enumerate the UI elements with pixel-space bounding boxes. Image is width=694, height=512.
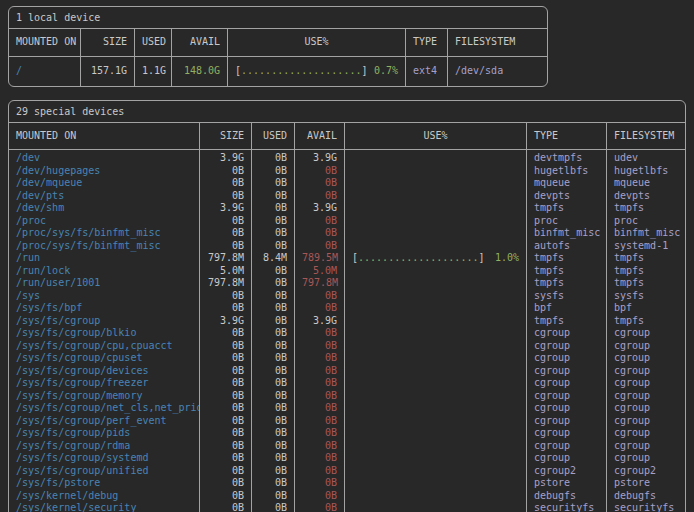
filesystem-cell: sysfs xyxy=(607,290,685,303)
filesystem-cell: cgroup xyxy=(607,327,685,340)
size-cell: 0B xyxy=(200,215,252,228)
type-cell: tmpfs xyxy=(527,277,607,290)
avail-cell: 0B xyxy=(295,415,345,428)
avail-cell: 0B xyxy=(295,177,345,190)
avail-cell: 0B xyxy=(295,390,345,403)
use-percent-cell xyxy=(345,390,527,403)
filesystem-cell: binfmt_misc xyxy=(607,227,685,240)
type-cell: tmpfs xyxy=(527,315,607,328)
avail-cell: 0B xyxy=(295,502,345,512)
use-percent-cell: [....................]0.7% xyxy=(228,57,406,86)
used-cell: 0B xyxy=(252,352,295,365)
size-cell: 797.8M xyxy=(200,277,252,290)
filesystem-cell: securityfs xyxy=(607,502,685,512)
avail-cell: 0B xyxy=(295,477,345,490)
filesystem-cell: mqueue xyxy=(607,177,685,190)
use-percent-cell xyxy=(345,177,527,190)
type-cell: debugfs xyxy=(527,490,607,503)
type-cell: cgroup xyxy=(527,452,607,465)
used-cell: 0B xyxy=(252,365,295,378)
used-cell: 0B xyxy=(252,277,295,290)
bar-dots: .................... xyxy=(241,65,361,76)
type-cell: cgroup xyxy=(527,415,607,428)
used-cell: 0B xyxy=(252,265,295,278)
size-cell: 157.1G xyxy=(81,57,135,86)
used-cell: 0B xyxy=(252,315,295,328)
used-cell: 0B xyxy=(252,477,295,490)
mounted-on-cell: /sys/fs/cgroup xyxy=(9,315,200,328)
size-cell: 3.9G xyxy=(200,202,252,215)
type-cell: cgroup xyxy=(527,390,607,403)
type-cell: cgroup xyxy=(527,427,607,440)
avail-cell: 0B xyxy=(295,440,345,453)
mounted-on-cell: /dev/pts xyxy=(9,190,200,203)
filesystem-cell: cgroup xyxy=(607,427,685,440)
mounted-on-cell: /sys/kernel/security xyxy=(9,502,200,512)
mounted-on-cell: /sys/fs/cgroup/cpuset xyxy=(9,352,200,365)
filesystem-cell: cgroup xyxy=(607,390,685,403)
filesystem-cell: tmpfs xyxy=(607,277,685,290)
use-percent-cell xyxy=(345,277,527,290)
mounted-on-cell: /sys/fs/cgroup/cpu,cpuacct xyxy=(9,340,200,353)
column-header-used: USED xyxy=(252,123,295,151)
filesystem-cell: tmpfs xyxy=(607,315,685,328)
used-cell: 0B xyxy=(252,402,295,415)
filesystem-cell: cgroup xyxy=(607,352,685,365)
used-cell: 0B xyxy=(252,190,295,203)
mounted-on-cell: /sys/fs/cgroup/freezer xyxy=(9,377,200,390)
mounted-on-cell: /dev/mqueue xyxy=(9,177,200,190)
use-percent-cell xyxy=(345,352,527,365)
column-header-type: TYPE xyxy=(527,123,607,151)
use-percent-cell: [....................]1.0% xyxy=(345,252,527,265)
usage-bar: [....................] xyxy=(352,252,484,265)
mounted-on-cell: /sys/fs/cgroup/unified xyxy=(9,465,200,478)
filesystem-cell: /dev/sda xyxy=(448,57,547,86)
avail-cell: 0B xyxy=(295,402,345,415)
use-percent-cell xyxy=(345,452,527,465)
filesystem-cell: tmpfs xyxy=(607,202,685,215)
avail-cell: 0B xyxy=(295,240,345,253)
type-cell: tmpfs xyxy=(527,202,607,215)
used-cell: 0B xyxy=(252,240,295,253)
mounted-on-cell: /run/lock xyxy=(9,265,200,278)
use-percent-cell xyxy=(345,327,527,340)
avail-cell: 0B xyxy=(295,227,345,240)
used-cell: 0B xyxy=(252,377,295,390)
type-cell: proc xyxy=(527,215,607,228)
used-cell: 0B xyxy=(252,390,295,403)
use-percent-cell xyxy=(345,440,527,453)
mounted-on-cell: /dev/shm xyxy=(9,202,200,215)
bar-dots: .................... xyxy=(358,252,478,263)
special-devices-table: 29 special devices MOUNTED ONSIZEUSEDAVA… xyxy=(8,100,686,512)
avail-cell: 789.5M xyxy=(295,252,345,265)
use-percent-cell xyxy=(345,340,527,353)
used-cell: 0B xyxy=(252,465,295,478)
avail-cell: 0B xyxy=(295,215,345,228)
used-cell: 8.4M xyxy=(252,252,295,265)
type-cell: cgroup xyxy=(527,402,607,415)
used-cell: 0B xyxy=(252,227,295,240)
used-cell: 0B xyxy=(252,440,295,453)
filesystem-cell: cgroup2 xyxy=(607,465,685,478)
mounted-on-cell: /sys/fs/bpf xyxy=(9,302,200,315)
bar-close-bracket: ] xyxy=(478,252,484,263)
avail-cell: 797.8M xyxy=(295,277,345,290)
mounted-on-cell: /sys/fs/cgroup/pids xyxy=(9,427,200,440)
filesystem-cell: tmpfs xyxy=(607,265,685,278)
size-cell: 0B xyxy=(200,377,252,390)
mounted-on-cell: /dev xyxy=(9,150,200,165)
mounted-on-cell: /sys/fs/cgroup/blkio xyxy=(9,327,200,340)
size-cell: 0B xyxy=(200,177,252,190)
mounted-on-cell: /sys/fs/cgroup/perf_event xyxy=(9,415,200,428)
used-cell: 0B xyxy=(252,327,295,340)
use-percent-cell xyxy=(345,415,527,428)
avail-cell: 0B xyxy=(295,302,345,315)
mounted-on-cell: /sys/fs/cgroup/memory xyxy=(9,390,200,403)
avail-cell: 0B xyxy=(295,377,345,390)
used-cell: 0B xyxy=(252,202,295,215)
avail-cell: 0B xyxy=(295,490,345,503)
use-percent-cell xyxy=(345,227,527,240)
column-header-type: TYPE xyxy=(406,29,448,57)
column-header-filesystem: FILESYSTEM xyxy=(607,123,685,151)
type-cell: cgroup xyxy=(527,365,607,378)
